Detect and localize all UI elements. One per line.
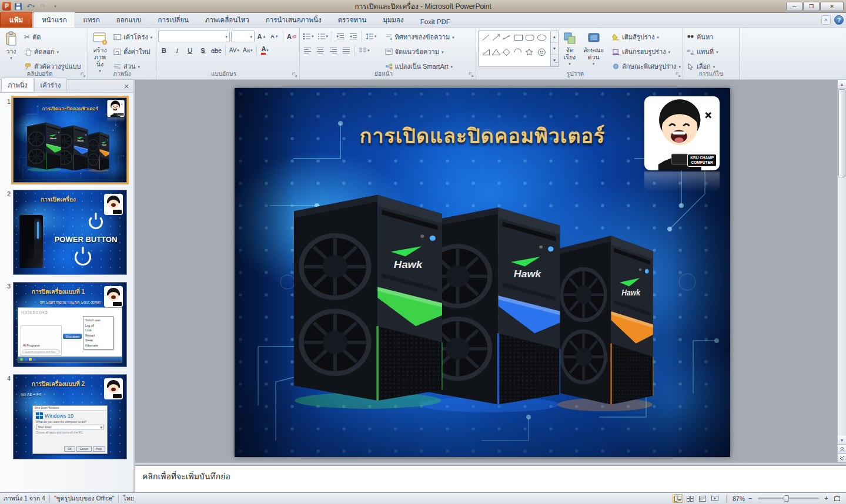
numbering-button[interactable]: ▾ xyxy=(316,31,330,42)
gallery-down-arrow[interactable]: ▼ xyxy=(551,43,558,55)
tab-home[interactable]: หน้าแรก xyxy=(34,12,75,28)
text-direction-button[interactable]: ทิศทางของข้อความ▾ xyxy=(383,31,456,43)
underline-button[interactable]: U xyxy=(184,45,196,56)
cut-button[interactable]: ✂ตัด xyxy=(22,31,83,43)
justify-button[interactable] xyxy=(340,45,352,56)
bold-button[interactable]: B xyxy=(158,45,170,56)
align-right-button[interactable] xyxy=(327,45,339,56)
tab-transitions[interactable]: การเปลี่ยน xyxy=(150,12,197,28)
text-shadow-button[interactable]: S xyxy=(197,45,209,56)
scrollbar-track[interactable] xyxy=(838,178,846,436)
close-button[interactable]: ✕ xyxy=(820,2,844,11)
panel-tab-slides[interactable]: ภาพนิ่ง xyxy=(1,78,34,92)
slide-canvas[interactable]: การเปิดและปิดคอมพิวเตอร์ xyxy=(235,88,730,457)
tab-view[interactable]: มุมมอง xyxy=(374,12,412,28)
italic-button[interactable]: I xyxy=(171,45,183,56)
tab-foxit-pdf[interactable]: Foxit PDF xyxy=(412,15,459,28)
paste-button[interactable]: วาง ▾ xyxy=(2,29,21,62)
undo-dropdown-arrow[interactable]: ▾ xyxy=(32,4,35,8)
change-case-button[interactable]: Aa▾ xyxy=(242,45,254,56)
normal-view-button[interactable] xyxy=(673,494,683,503)
quick-styles-button[interactable]: ลักษณะด่วน▾ xyxy=(581,29,606,68)
slideshow-view-button[interactable] xyxy=(710,494,720,503)
scroll-down-arrow[interactable]: ▼ xyxy=(838,436,846,445)
new-slide-button[interactable]: สร้างภาพนิ่ง ▾ xyxy=(90,29,110,75)
theme-name[interactable]: "ชุดรูปแบบของ Office" xyxy=(54,493,115,503)
shrink-font-button[interactable]: A▼ xyxy=(269,31,280,42)
tab-slideshow[interactable]: การนำเสนอภาพนิ่ง xyxy=(258,12,330,28)
font-name-combo[interactable]: ▾ xyxy=(158,31,230,42)
slide-3-thumbnail[interactable]: การปิดเครื่องแบบที่ 1 กด Start menu และก… xyxy=(13,282,127,367)
clear-formatting-button[interactable]: A xyxy=(286,31,297,42)
paste-dropdown-arrow[interactable]: ▾ xyxy=(10,56,12,60)
zoom-in-button[interactable]: + xyxy=(822,495,830,502)
slide-canvas[interactable]: การเปิดและปิดคอมพิวเตอร์ xyxy=(14,98,127,183)
slide-2-thumbnail[interactable]: การเปิดเครื่อง POWER BUTTON xyxy=(13,190,127,275)
minimize-ribbon-button[interactable]: ˄ xyxy=(821,15,831,25)
tab-design[interactable]: ออกแบบ xyxy=(108,12,150,28)
previous-slide-button[interactable] xyxy=(838,445,846,453)
paragraph-dialog-launcher[interactable] xyxy=(468,72,474,78)
replace-button[interactable]: abacแทนที่▾ xyxy=(685,45,737,58)
language-indicator[interactable]: ไทย xyxy=(123,493,133,503)
gallery-more-button[interactable]: ▼̲ xyxy=(551,55,558,66)
slide-4-thumbnail[interactable]: การปิดเครื่องแบบที่ 2 กด Alt + F4 Shut D… xyxy=(13,374,127,459)
find-button[interactable]: ค้นหา xyxy=(685,31,737,43)
grow-font-button[interactable]: A▲ xyxy=(256,31,267,42)
panel-close-icon[interactable]: ✕ xyxy=(122,82,131,90)
panel-tab-outline[interactable]: เค้าร่าง xyxy=(34,78,68,92)
copy-button[interactable]: คัดลอก▾ xyxy=(22,45,83,58)
strikethrough-button[interactable]: abc xyxy=(210,45,223,56)
slide-1-thumbnail[interactable]: การเปิดและปิดคอมพิวเตอร์ xyxy=(13,98,127,183)
tab-animations[interactable]: ภาพเคลื่อนไหว xyxy=(197,12,258,28)
redo-button[interactable]: ↷ xyxy=(38,1,48,12)
align-left-button[interactable] xyxy=(302,45,313,56)
notes-pane[interactable]: คลิกเพื่อที่จะเพิ่มบันทึกย่อ xyxy=(135,465,846,492)
editing-group: ค้นหา abacแทนที่▾ เลือก▾ การแก้ไข xyxy=(683,28,740,79)
zoom-out-button[interactable]: − xyxy=(747,495,754,502)
decrease-indent-button[interactable] xyxy=(335,31,346,42)
font-color-button[interactable]: A▾ xyxy=(259,45,271,56)
reset-button[interactable]: ตั้งค่าใหม่ xyxy=(112,45,154,58)
layout-button[interactable]: เค้าโครง▾ xyxy=(112,31,154,43)
line-spacing-button[interactable]: ▾ xyxy=(365,31,378,42)
align-center-button[interactable] xyxy=(315,45,326,56)
font-size-combo[interactable]: ▾ xyxy=(231,31,255,42)
tab-file[interactable]: แฟ้ม xyxy=(0,12,32,28)
drawing-dialog-launcher[interactable] xyxy=(675,72,681,78)
tab-review[interactable]: ตรวจทาน xyxy=(330,12,375,28)
fit-to-window-button[interactable] xyxy=(832,494,842,503)
bullets-button[interactable]: ▾ xyxy=(302,31,315,42)
reading-view-button[interactable] xyxy=(697,494,708,503)
gallery-up-arrow[interactable]: ▲ xyxy=(551,31,558,43)
vertical-scrollbar[interactable]: ▲ ▼ xyxy=(837,80,846,462)
align-text-button[interactable]: จัดแนวข้อความ▾ xyxy=(383,45,456,58)
zoom-slider[interactable] xyxy=(758,498,819,499)
minimize-button[interactable]: ─ xyxy=(786,2,802,11)
increase-indent-button[interactable] xyxy=(347,31,359,42)
next-slide-button[interactable] xyxy=(838,453,846,462)
shape-outline-button[interactable]: เส้นกรอบรูปร่าง▾ xyxy=(610,45,683,58)
powerpoint-app-icon[interactable]: P xyxy=(2,2,11,11)
help-button[interactable]: ? xyxy=(834,15,844,25)
restore-button[interactable]: ❐ xyxy=(803,2,820,11)
tab-insert[interactable]: แทรก xyxy=(75,12,108,28)
shapes-gallery-scrollbar[interactable]: ▲▼▼̲ xyxy=(551,31,559,67)
scroll-up-arrow[interactable]: ▲ xyxy=(838,80,846,89)
character-spacing-button[interactable]: AV▾ xyxy=(228,45,240,56)
clipboard-dialog-launcher[interactable] xyxy=(80,72,86,78)
save-button[interactable] xyxy=(13,1,24,12)
scrollbar-thumb[interactable] xyxy=(838,89,845,177)
slide-sorter-view-button[interactable] xyxy=(685,494,695,503)
zoom-percentage[interactable]: 87% xyxy=(733,495,745,502)
shapes-gallery[interactable] xyxy=(478,31,551,67)
arrange-button[interactable]: จัดเรียง▾ xyxy=(560,29,579,68)
kru-champ-logo[interactable]: KRU CHAMP COMPUTER xyxy=(644,96,720,170)
columns-button[interactable]: ▾ xyxy=(357,45,371,56)
font-dialog-launcher[interactable] xyxy=(292,72,298,78)
zoom-slider-thumb[interactable] xyxy=(784,495,789,502)
undo-button[interactable]: ↶▾ xyxy=(25,1,36,12)
shape-fill-button[interactable]: เติมสีรูปร่าง▾ xyxy=(610,31,683,43)
kru-champ-logo[interactable]: KRU CHAMP COMPUTER xyxy=(107,100,124,117)
customize-qat-button[interactable]: ▾ xyxy=(50,1,61,12)
